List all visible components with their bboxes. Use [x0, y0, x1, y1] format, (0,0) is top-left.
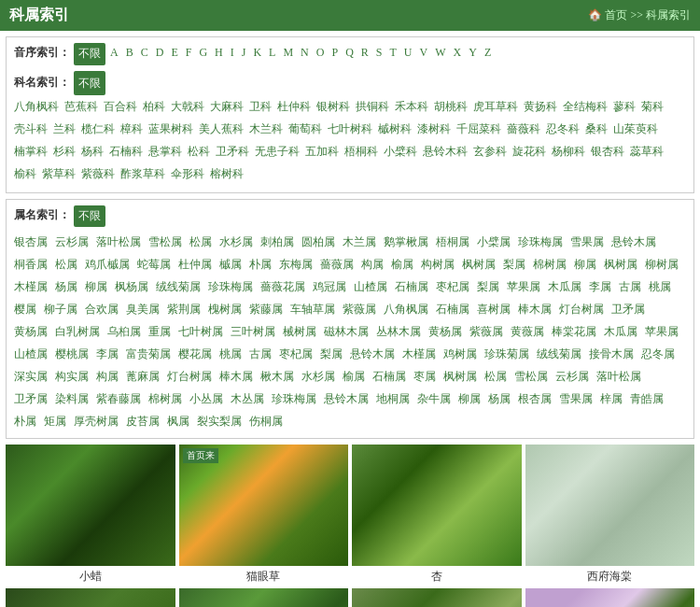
family-all-button[interactable]: 不限 — [74, 71, 105, 95]
genus-link[interactable]: 紫藤属 — [249, 298, 283, 320]
alpha-all-button[interactable]: 不限 — [74, 43, 105, 65]
family-link[interactable]: 旋花科 — [512, 140, 546, 162]
family-link[interactable]: 小檗科 — [384, 140, 417, 162]
genus-link[interactable]: 古属 — [619, 275, 641, 298]
genus-link[interactable]: 接骨木属 — [589, 343, 634, 365]
family-link[interactable]: 忍冬科 — [546, 118, 580, 140]
genus-link[interactable]: 枫树属 — [462, 253, 496, 275]
genus-link[interactable]: 雪松属 — [514, 365, 548, 388]
genus-link[interactable]: 东梅属 — [279, 253, 313, 275]
genus-link[interactable]: 榆属 — [343, 365, 365, 388]
genus-all-button[interactable]: 不限 — [74, 205, 105, 228]
family-link[interactable]: 榕树科 — [210, 162, 244, 185]
genus-link[interactable]: 卫矛属 — [14, 388, 48, 410]
alpha-link-X[interactable]: X — [451, 43, 465, 64]
genus-link[interactable]: 雪果属 — [559, 388, 593, 410]
genus-link[interactable]: 松属 — [55, 253, 77, 275]
genus-link[interactable]: 珍珠菊属 — [484, 343, 529, 365]
genus-link[interactable]: 紫荆属 — [167, 298, 201, 320]
alpha-link-B[interactable]: B — [123, 43, 136, 64]
alpha-link-M[interactable]: M — [280, 43, 296, 64]
genus-link[interactable]: 小檗属 — [477, 231, 511, 253]
family-link[interactable]: 虎耳草科 — [473, 95, 518, 118]
family-link[interactable]: 壳斗科 — [14, 118, 48, 140]
genus-link[interactable]: 木瓜属 — [604, 320, 637, 343]
family-link[interactable]: 五加科 — [305, 140, 339, 162]
alpha-link-W[interactable]: W — [432, 43, 448, 64]
genus-link[interactable]: 杨属 — [488, 388, 511, 410]
photo-item[interactable] — [352, 588, 522, 607]
photo-item[interactable] — [6, 588, 175, 607]
genus-link[interactable]: 梨属 — [320, 343, 343, 365]
family-link[interactable]: 蕊草科 — [630, 140, 664, 162]
genus-link[interactable]: 绒线菊属 — [156, 275, 201, 298]
genus-link[interactable]: 棒木属 — [219, 365, 253, 388]
family-link[interactable]: 紫草科 — [42, 162, 76, 185]
genus-link[interactable]: 梓属 — [600, 388, 623, 410]
genus-link[interactable]: 枫树属 — [443, 365, 477, 388]
genus-link[interactable]: 白乳树属 — [55, 320, 100, 343]
alpha-link-R[interactable]: R — [358, 43, 371, 64]
genus-link[interactable]: 紫春藤属 — [96, 388, 141, 410]
genus-link[interactable]: 李属 — [96, 343, 119, 365]
genus-link[interactable]: 构实属 — [55, 365, 89, 388]
genus-link[interactable]: 刺柏属 — [260, 231, 294, 253]
genus-link[interactable]: 七叶树属 — [178, 320, 223, 343]
genus-link[interactable]: 枣杞属 — [436, 275, 469, 298]
alpha-link-I[interactable]: I — [228, 43, 237, 64]
alpha-link-T[interactable]: T — [387, 43, 399, 64]
alpha-link-Z[interactable]: Z — [482, 43, 494, 64]
family-link[interactable]: 葡萄科 — [288, 118, 322, 140]
genus-link[interactable]: 落叶松属 — [596, 365, 641, 388]
family-link[interactable]: 全结梅科 — [563, 95, 608, 118]
family-link[interactable]: 紫薇科 — [81, 162, 115, 185]
genus-link[interactable]: 悬铃木属 — [350, 343, 395, 365]
genus-link[interactable]: 苹果属 — [645, 320, 679, 343]
family-link[interactable]: 卫矛科 — [216, 140, 249, 162]
family-link[interactable]: 杨科 — [81, 140, 104, 162]
genus-link[interactable]: 紫薇属 — [343, 298, 376, 320]
genus-link[interactable]: 鸡爪槭属 — [85, 253, 130, 275]
genus-link[interactable]: 枫属 — [167, 410, 189, 432]
family-link[interactable]: 芭蕉科 — [64, 95, 98, 118]
genus-link[interactable]: 松属 — [189, 231, 212, 253]
genus-link[interactable]: 杜仲属 — [178, 253, 212, 275]
genus-link[interactable]: 柳属 — [85, 275, 107, 298]
genus-link[interactable]: 厚壳树属 — [74, 410, 119, 432]
genus-link[interactable]: 臭美属 — [126, 298, 160, 320]
family-link[interactable]: 美人蕉科 — [199, 118, 244, 140]
family-link[interactable]: 无患子科 — [255, 140, 300, 162]
genus-link[interactable]: 槐树属 — [208, 298, 242, 320]
alpha-link-O[interactable]: O — [314, 43, 328, 64]
genus-link[interactable]: 珍珠梅属 — [518, 231, 563, 253]
genus-link[interactable]: 鹅掌楸属 — [384, 231, 428, 253]
genus-link[interactable]: 楸木属 — [260, 365, 294, 388]
genus-link[interactable]: 柳树属 — [645, 253, 679, 275]
genus-link[interactable]: 绒线菊属 — [537, 343, 581, 365]
genus-link[interactable]: 桃属 — [649, 275, 671, 298]
family-link[interactable]: 悬铃木科 — [423, 140, 468, 162]
genus-link[interactable]: 柳属 — [574, 253, 596, 275]
photo-item[interactable]: 西府海棠 — [525, 445, 695, 585]
family-link[interactable]: 楠掌科 — [14, 140, 48, 162]
genus-link[interactable]: 落叶松属 — [96, 231, 141, 253]
family-link[interactable]: 桑科 — [585, 118, 608, 140]
genus-link[interactable]: 朴属 — [14, 410, 36, 432]
genus-link[interactable]: 薔薇属 — [320, 253, 354, 275]
genus-link[interactable]: 构树属 — [421, 253, 455, 275]
family-link[interactable]: 千屈菜科 — [456, 118, 501, 140]
family-link[interactable]: 酢浆草科 — [120, 162, 165, 185]
alpha-link-F[interactable]: F — [183, 43, 195, 64]
family-link[interactable]: 杨柳科 — [552, 140, 585, 162]
genus-link[interactable]: 梨属 — [477, 275, 499, 298]
alpha-link-U[interactable]: U — [401, 43, 415, 64]
alpha-link-N[interactable]: N — [298, 43, 312, 64]
photo-item[interactable]: 小蜡 — [6, 445, 175, 585]
genus-link[interactable]: 杨属 — [55, 275, 77, 298]
genus-link[interactable]: 鸡树属 — [443, 343, 477, 365]
genus-link[interactable]: 矩属 — [44, 410, 66, 432]
alpha-link-Q[interactable]: Q — [343, 43, 357, 64]
alpha-link-G[interactable]: G — [196, 43, 210, 64]
family-link[interactable]: 木兰科 — [249, 118, 283, 140]
genus-link[interactable]: 木兰属 — [343, 231, 376, 253]
